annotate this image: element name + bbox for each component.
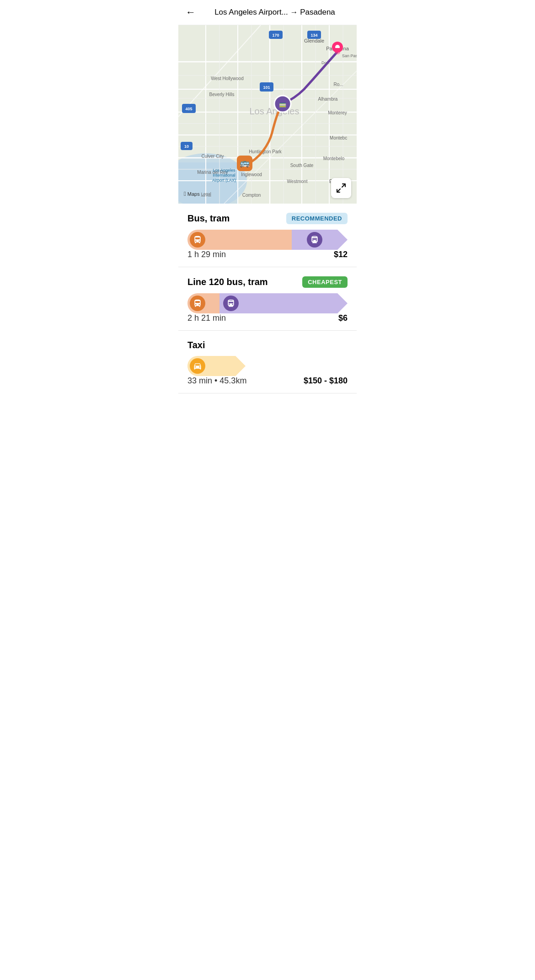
maps-label: Maps (187, 191, 200, 197)
route-price-1: $12 (334, 250, 348, 259)
svg-text:Do...: Do... (321, 60, 330, 65)
svg-text:Airport (LAX): Airport (LAX) (212, 178, 236, 183)
bus-icon-2 (190, 296, 205, 311)
route-time-1: 1 h 29 min (187, 250, 226, 259)
bus-icon-1 (190, 232, 205, 248)
svg-text:101: 101 (263, 85, 270, 90)
svg-text:Culver City: Culver City (202, 154, 224, 159)
svg-text:International: International (213, 173, 235, 178)
svg-text:San Pasqual: San Pasqual (342, 54, 357, 58)
route-taxi[interactable]: Taxi 33 min•45.3km $150 - $180 (178, 331, 357, 393)
svg-text:Monterey: Monterey (328, 110, 347, 115)
svg-text:Huntington Park: Huntington Park (249, 149, 282, 154)
svg-text:Montebc: Montebc (330, 135, 347, 140)
bus-segment-1 (187, 230, 292, 250)
svg-text:West Hollywood: West Hollywood (211, 76, 244, 81)
tram-bar-2 (219, 293, 337, 313)
route-title-1: Bus, tram (187, 213, 230, 224)
svg-text:Westmont: Westmont (287, 179, 308, 184)
route-header-3: Taxi (187, 340, 348, 350)
svg-text:Glendale: Glendale (304, 38, 324, 43)
map-expand-button[interactable] (331, 178, 351, 198)
svg-text:405: 405 (185, 107, 192, 111)
svg-text:10: 10 (184, 144, 189, 149)
header: ← Los Angeles Airport... → Pasadena (178, 0, 357, 25)
taxi-segment (187, 356, 235, 376)
route-bar-2 (187, 293, 348, 313)
taxi-icon (190, 358, 205, 374)
route-title-2: Line 120 bus, tram (187, 277, 268, 287)
svg-text:🚃: 🚃 (279, 101, 287, 108)
tram-icon-2 (223, 296, 239, 311)
svg-text:🚌: 🚌 (240, 158, 250, 168)
apple-logo:  (184, 190, 186, 197)
route-time-2: 2 h 21 min (187, 313, 226, 323)
svg-text:Beverly Hills: Beverly Hills (209, 92, 234, 97)
route-bus-tram-recommended[interactable]: Bus, tram RECOMMENDED (178, 204, 357, 267)
route-price-3: $150 - $180 (304, 376, 348, 386)
svg-text:134: 134 (310, 33, 317, 38)
route-info-3: 33 min•45.3km $150 - $180 (187, 376, 348, 386)
route-time-3: 33 min•45.3km (187, 376, 246, 386)
route-end-arrow-3 (235, 356, 246, 376)
svg-text:South Gate: South Gate (290, 163, 314, 168)
svg-text:Los Angeles: Los Angeles (213, 168, 235, 172)
route-end-arrow-1 (337, 230, 348, 250)
routes-list: Bus, tram RECOMMENDED (178, 204, 357, 393)
map-svg: 405 101 10 170 134 Glendale Pasadena Wes… (178, 25, 357, 204)
route-header-2: Line 120 bus, tram CHEAPEST (187, 276, 348, 288)
map-view: 405 101 10 170 134 Glendale Pasadena Wes… (178, 25, 357, 204)
svg-text:170: 170 (272, 33, 279, 38)
tram-icon-1 (307, 232, 322, 248)
route-end-arrow-2 (337, 293, 348, 313)
svg-text:Ro...: Ro... (333, 82, 343, 87)
route-line120-cheapest[interactable]: Line 120 bus, tram CHEAPEST (178, 267, 357, 331)
tram-bar-1 (292, 230, 338, 250)
badge-cheapest: CHEAPEST (302, 276, 348, 288)
svg-text:Inglewood: Inglewood (241, 172, 262, 177)
route-title-3: Taxi (187, 340, 205, 350)
tram-segment-1 (292, 230, 348, 250)
route-price-2: $6 (338, 313, 348, 323)
svg-text:Montebelo: Montebelo (323, 156, 345, 161)
route-bar-1 (187, 230, 348, 250)
bus-segment-2 (187, 293, 219, 313)
svg-text:Los Angeles: Los Angeles (250, 106, 300, 116)
svg-text:Alhambra: Alhambra (318, 97, 338, 102)
route-bar-3 (187, 356, 348, 376)
back-button[interactable]: ← (186, 6, 196, 18)
route-info-1: 1 h 29 min $12 (187, 250, 348, 259)
map-watermark:  Maps Legal (184, 190, 211, 197)
svg-text:✕: ✕ (245, 25, 248, 26)
legal-link[interactable]: Legal (201, 192, 211, 196)
tram-segment-2 (219, 293, 348, 313)
svg-text:Compton: Compton (242, 193, 261, 198)
route-info-2: 2 h 21 min $6 (187, 313, 348, 323)
route-title: Los Angeles Airport... → Pasadena (200, 8, 349, 17)
route-header-1: Bus, tram RECOMMENDED (187, 213, 348, 224)
badge-recommended: RECOMMENDED (286, 213, 348, 224)
